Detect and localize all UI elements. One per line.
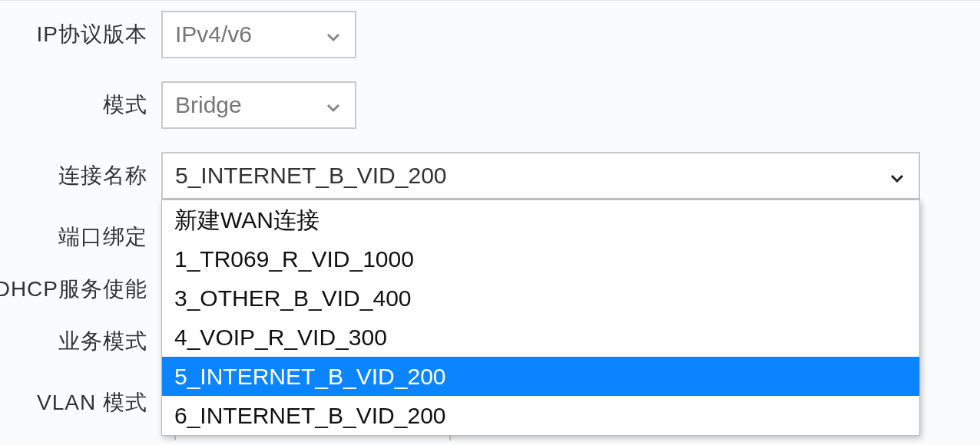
top-divider — [0, 0, 980, 1]
dropdown-option-internet5[interactable]: 5_INTERNET_B_VID_200 — [162, 357, 919, 396]
label-port-binding: 端口绑定 — [0, 222, 161, 252]
chevron-down-icon — [324, 96, 343, 114]
dropdown-option-other[interactable]: 3_OTHER_B_VID_400 — [162, 279, 919, 318]
dropdown-option-internet6[interactable]: 6_INTERNET_B_VID_200 — [162, 396, 919, 435]
dropdown-option-tr069[interactable]: 1_TR069_R_VID_1000 — [162, 239, 919, 279]
select-connection-name-value: 5_INTERNET_B_VID_200 — [175, 163, 447, 189]
select-mode[interactable]: Bridge — [161, 81, 356, 129]
label-connection-name: 连接名称 — [0, 161, 161, 190]
select-mode-value: Bridge — [175, 92, 242, 118]
select-ip-protocol-value: IPv4/v6 — [175, 21, 252, 48]
chevron-down-icon — [324, 25, 343, 44]
label-vlan-mode: VLAN 模式 — [0, 388, 161, 417]
label-dhcp-enable: DHCP服务使能 — [0, 275, 161, 304]
label-mode: 模式 — [0, 91, 161, 120]
dropdown-option-voip[interactable]: 4_VOIP_R_VID_300 — [162, 318, 919, 357]
label-ip-protocol: IP协议版本 — [0, 20, 161, 49]
dropdown-connection-list[interactable]: 新建WAN连接 1_TR069_R_VID_1000 3_OTHER_B_VID… — [161, 199, 920, 436]
select-ip-protocol[interactable]: IPv4/v6 — [161, 11, 356, 58]
chevron-down-icon — [888, 166, 906, 185]
select-connection-name[interactable]: 5_INTERNET_B_VID_200 — [161, 152, 920, 199]
dropdown-option-new-wan[interactable]: 新建WAN连接 — [162, 200, 919, 239]
label-business-mode: 业务模式 — [0, 327, 161, 356]
